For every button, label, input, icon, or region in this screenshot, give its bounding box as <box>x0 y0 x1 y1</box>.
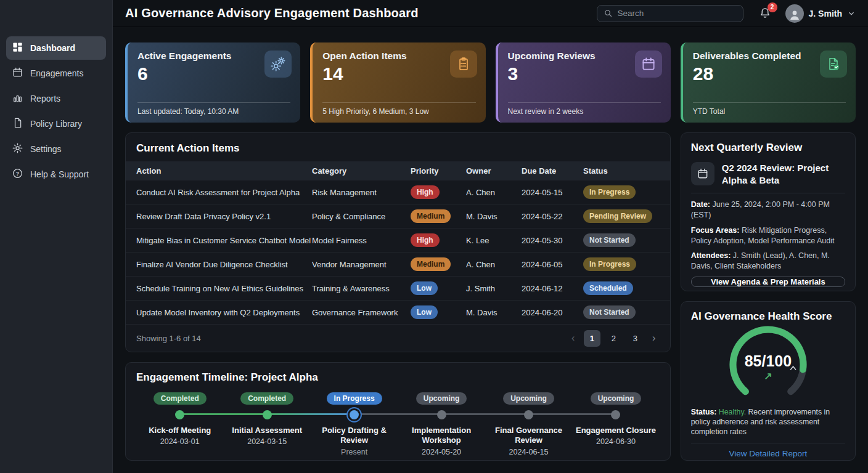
table-footer: Showing 1-6 of 14 ‹ 1 2 3 › <box>126 324 670 352</box>
cell-action: Conduct AI Risk Assessment for Project A… <box>136 188 312 197</box>
search-icon <box>604 9 613 18</box>
view-agenda-button[interactable]: View Agenda & Prep Materials <box>691 277 845 287</box>
trend-up-icon: ↗ <box>722 370 814 382</box>
next-page-icon[interactable]: › <box>649 333 660 344</box>
cell-action: Schedule Training on New AI Ethics Guide… <box>136 284 312 293</box>
status-badge: In Pregress <box>583 185 636 198</box>
priority-badge: High <box>411 185 440 198</box>
sidebar-item-policy-library[interactable]: Policy Library <box>6 112 106 135</box>
milestone-initial-assessment: Completed Initial Assessment 2024-03-15 <box>223 392 310 456</box>
cell-owner: J. Smith <box>466 284 522 293</box>
milestone-date: 2024-06-30 <box>596 437 636 446</box>
page-button-1[interactable]: 1 <box>584 330 600 347</box>
sidebar-item-settings[interactable]: Settings <box>6 137 106 161</box>
cell-owner: M. Davis <box>466 308 522 317</box>
dashboard-grid-icon <box>12 41 23 55</box>
cell-action: Mitigate Bias in Customer Service Chatbo… <box>136 236 312 245</box>
table-row[interactable]: Finalize AI Vendor Due Diligence Checkli… <box>126 252 670 276</box>
sidebar-item-label: Policy Library <box>30 119 82 129</box>
health-score-card: AI Governance Health Score 85/100 ↗ Stat… <box>681 301 856 461</box>
gears-icon <box>264 51 292 78</box>
cell-owner: A. Chen <box>466 260 522 269</box>
review-event: Q2 2024 Review: Project Alpha & Beta <box>691 162 845 193</box>
app-window: Dashboard Engagements Reports Policy Lib… <box>0 0 868 473</box>
table-row[interactable]: Update Model Inventory with Q2 Deploymen… <box>126 300 670 324</box>
table-row[interactable]: Mitigate Bias in Customer Service Chatbo… <box>126 228 670 252</box>
column-header-due-date: Due Date <box>522 166 583 176</box>
topbar: AI Governance Advisory Engagement Dashbo… <box>113 0 868 27</box>
sidebar-item-engagements[interactable]: Engagements <box>6 62 106 85</box>
milestone-final-governance-review: Upcoming Final Governance Review 2024-06… <box>485 392 572 456</box>
prev-page-icon[interactable]: ‹ <box>568 333 579 344</box>
calendar-icon <box>691 162 714 185</box>
milestone-date: 2024-03-15 <box>247 437 287 446</box>
sidebar-item-dashboard[interactable]: Dashboard <box>6 36 106 60</box>
panel-title: Current Action Items <box>126 133 670 161</box>
status-badge: Not Started <box>583 233 636 246</box>
page-button-3[interactable]: 3 <box>627 330 644 347</box>
milestone-name: Implementation Workshop <box>398 426 485 446</box>
clipboard-icon <box>450 51 477 78</box>
sidebar: Dashboard Engagements Reports Policy Lib… <box>0 0 113 473</box>
cell-category: Training & Awareness <box>312 284 411 293</box>
milestone-date: 2024-03-01 <box>160 437 200 446</box>
milestone-name: Initial Assessment <box>232 426 302 435</box>
view-detailed-report-link[interactable]: View Detailed Report <box>691 443 845 458</box>
milestone-status-badge: Upcoming <box>416 392 467 405</box>
cell-category: Risk Management <box>312 188 411 197</box>
milestone-date: 2024-05-20 <box>422 448 461 456</box>
cell-due-date: 2024-06-12 <box>522 284 583 293</box>
milestone-name: Engagement Closure <box>576 426 656 435</box>
page-button-2[interactable]: 2 <box>605 330 622 347</box>
sidebar-item-help-support[interactable]: ? Help & Support <box>6 163 106 186</box>
search-box[interactable] <box>597 5 743 22</box>
cell-due-date: 2024-05-15 <box>522 188 583 197</box>
milestone-dot <box>350 410 359 419</box>
status-badge: In Progress <box>583 257 636 270</box>
status-badge: Pending Review <box>583 209 652 222</box>
document-check-icon <box>820 51 847 78</box>
user-name: J. Smith <box>809 9 842 18</box>
bar-chart-icon <box>12 92 23 105</box>
milestone-name: Kick-off Meeting <box>149 426 211 435</box>
cell-due-date: 2024-06-20 <box>522 308 583 317</box>
stat-card-open-action-items: Open Action Items 14 5 High Priority, 6 … <box>310 42 485 123</box>
stat-card-upcoming-reviews: Upcoming Reviews 3 Next review in 2 week… <box>496 42 671 123</box>
sidebar-item-label: Settings <box>30 144 62 154</box>
cell-action: Review Draft Data Privacy Policy v2.1 <box>136 212 312 221</box>
stat-note: 5 High Priority, 6 Medium, 3 Low <box>322 107 475 116</box>
table-row[interactable]: Review Draft Data Privacy Policy v2.1 Po… <box>126 204 670 228</box>
sidebar-item-reports[interactable]: Reports <box>6 87 106 110</box>
milestone-status-badge: Completed <box>240 392 293 405</box>
calendar-icon <box>635 51 662 78</box>
milestone-policy-drafting: In Progress Policy Drafting & Review Pre… <box>311 392 398 456</box>
milestone-dot <box>611 410 620 419</box>
column-header-action: Action <box>136 166 312 176</box>
milestone-status-badge: Upcoming <box>591 392 642 405</box>
milestone-dot <box>263 410 272 419</box>
sidebar-item-label: Engagements <box>30 68 83 78</box>
cell-action: Finalize AI Vendor Due Diligence Checkli… <box>136 260 312 269</box>
sidebar-item-label: Help & Support <box>30 169 89 179</box>
review-event-title: Q2 2024 Review: Project Alpha & Beta <box>722 162 845 186</box>
cell-due-date: 2024-05-22 <box>522 212 583 221</box>
help-circle-icon: ? <box>12 168 23 181</box>
divider <box>137 102 290 103</box>
user-menu[interactable]: J. Smith <box>785 4 856 23</box>
health-score-value: 85/100 <box>722 352 814 370</box>
search-input[interactable] <box>618 9 737 18</box>
table-row[interactable]: Conduct AI Risk Assessment for Project A… <box>126 180 670 204</box>
gear-icon <box>12 142 23 156</box>
milestone-status-badge: Upcoming <box>503 392 554 405</box>
milestone-status-badge: In Progress <box>327 392 382 405</box>
milestone-kickoff: Completed Kick-off Meeting 2024-03-01 <box>136 392 223 456</box>
notification-bell-button[interactable]: 2 <box>758 6 773 21</box>
milestone-dot <box>524 410 533 419</box>
stat-note: Next review in 2 weeks <box>508 107 661 116</box>
table-row[interactable]: Schedule Training on New AI Ethics Guide… <box>126 276 670 300</box>
cell-category: Vendor Management <box>312 260 411 269</box>
health-gauge: 85/100 ↗ <box>722 325 814 405</box>
card-title: Next Quarterly Review <box>691 142 845 154</box>
cell-owner: M. Davis <box>466 212 522 221</box>
cell-due-date: 2024-05-30 <box>522 236 583 245</box>
